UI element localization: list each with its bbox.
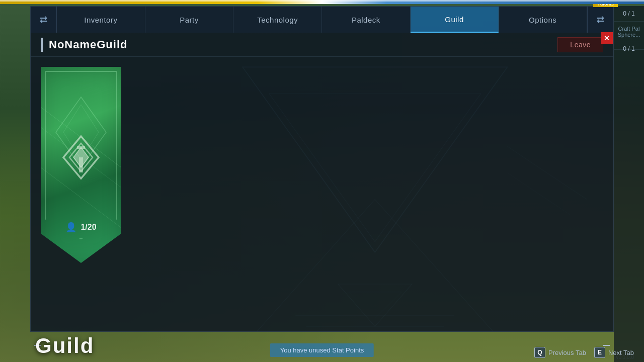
banner-shape: 👤 1/20 — [41, 67, 121, 263]
bottom-dash-right — [603, 345, 610, 346]
prev-tab-control: Q Previous Tab — [534, 347, 586, 358]
craft-label: Craft Pal Sphere... — [614, 24, 644, 40]
prev-tab-key: Q — [534, 347, 545, 358]
next-tab-control: E Next Tab — [594, 347, 634, 358]
tab-technology[interactable]: Technology — [233, 7, 322, 33]
member-count: 1/20 — [80, 223, 96, 232]
prev-tab-label: Previous Tab — [548, 349, 586, 356]
right-arrow-icon: ⇄ — [597, 14, 604, 25]
main-panel: ⇄ Inventory Party Technology Paldeck Gui… — [30, 6, 614, 332]
bottom-title: Guild — [35, 334, 94, 358]
side-counter-bottom: 0 / 1 — [614, 42, 644, 50]
side-panel-right: 0 / 1 Craft Pal Sphere... 0 / 1 — [614, 6, 644, 362]
svg-rect-20 — [77, 146, 85, 149]
banner-members: 👤 1/20 — [41, 222, 121, 233]
bottom-controls: Q Previous Tab E Next Tab — [534, 347, 634, 358]
tab-options[interactable]: Options — [499, 7, 587, 33]
top-progress-bar — [0, 0, 644, 4]
svg-rect-19 — [79, 157, 83, 172]
next-tab-key: E — [594, 347, 605, 358]
side-counter-top: 0 / 1 — [614, 6, 644, 22]
top-bar-highlight — [0, 0, 644, 2]
guild-rune-icon — [56, 132, 106, 183]
tab-guild[interactable]: Guild — [411, 7, 499, 33]
guild-header: NoNameGuild Leave — [31, 33, 613, 57]
guild-name-section: NoNameGuild — [41, 38, 127, 52]
tab-inventory[interactable]: Inventory — [57, 7, 145, 33]
nav-left-button[interactable]: ⇄ — [31, 7, 57, 33]
guild-name-text: NoNameGuild — [49, 38, 127, 51]
nav-tabs: ⇄ Inventory Party Technology Paldeck Gui… — [31, 7, 613, 33]
next-tab-label: Next Tab — [608, 349, 634, 356]
bottom-ui: Guild You have unused Stat Points Q Prev… — [0, 332, 644, 362]
leave-button[interactable]: Leave — [557, 37, 603, 52]
guild-banner: 👤 1/20 — [41, 67, 121, 321]
close-button[interactable]: ✕ — [601, 32, 613, 44]
guild-body: 👤 1/20 — [31, 57, 613, 331]
content-area: NoNameGuild Leave — [31, 33, 613, 331]
tab-paldeck[interactable]: Paldeck — [322, 7, 411, 33]
bottom-hint: You have unused Stat Points — [270, 343, 374, 357]
left-arrow-icon: ⇄ — [40, 14, 47, 25]
member-icon: 👤 — [65, 222, 76, 233]
tab-party[interactable]: Party — [145, 7, 234, 33]
nav-right-button[interactable]: ⇄ — [587, 7, 613, 33]
guild-name-bar-accent — [41, 38, 43, 52]
